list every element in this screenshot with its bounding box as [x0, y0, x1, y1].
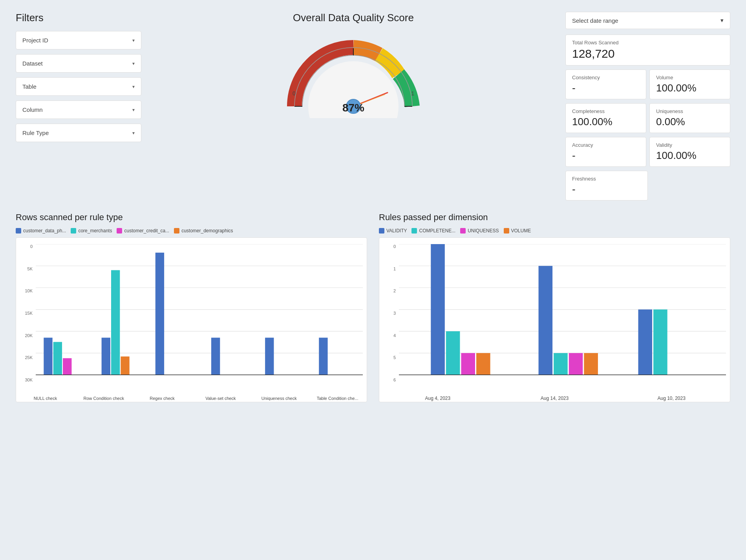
svg-rect-38: [569, 353, 583, 375]
completeness-value: 100.00%: [572, 116, 640, 128]
legend-item-customer-data: customer_data_ph...: [16, 228, 66, 233]
svg-rect-23: [319, 337, 327, 375]
rules-chart-panel: Rules passed per dimension VALIDITY COMP…: [379, 212, 730, 402]
legend-dot-volume: [504, 228, 509, 233]
svg-rect-14: [44, 337, 52, 375]
legend-item-customer-demo: customer_demographics: [174, 228, 233, 233]
volume-card: Volume 100.00%: [649, 69, 730, 99]
chevron-down-icon: ▾: [720, 17, 724, 24]
uniqueness-label: Uniqueness: [656, 108, 724, 114]
rules-chart-legend: VALIDITY COMPLETENE... UNIQUENESS VOLUME: [379, 228, 730, 233]
freshness-card: Freshness -: [565, 171, 648, 201]
legend-dot-completeness: [411, 228, 417, 233]
rows-chart-title: Rows scanned per rule type: [16, 212, 367, 223]
svg-rect-20: [155, 253, 164, 375]
svg-rect-18: [111, 270, 120, 375]
svg-rect-32: [431, 244, 445, 375]
svg-rect-37: [554, 353, 568, 375]
volume-value: 100.00%: [656, 82, 724, 94]
svg-rect-34: [461, 353, 475, 375]
filters-panel: Filters Project ID ▾ Dataset ▾ Table ▾ C…: [16, 12, 141, 147]
accuracy-label: Accuracy: [572, 142, 640, 148]
svg-rect-19: [121, 356, 129, 375]
gauge-percent: 87%: [342, 102, 364, 114]
chevron-down-icon: ▾: [132, 130, 135, 136]
svg-rect-39: [584, 353, 598, 375]
rules-bar-chart: [399, 244, 726, 398]
svg-rect-21: [211, 337, 220, 375]
legend-item-uniqueness: UNIQUENESS: [460, 228, 499, 233]
consistency-label: Consistency: [572, 75, 640, 80]
legend-item-volume: VOLUME: [504, 228, 531, 233]
gauge-container: 0 1 87%: [279, 32, 428, 118]
gauge-title: Overall Data Quality Score: [293, 12, 414, 24]
consistency-card: Consistency -: [565, 69, 646, 99]
filters-title: Filters: [16, 12, 141, 24]
rules-chart-area: 6543210: [379, 237, 730, 402]
rules-x-axis: Aug 4, 2023 Aug 14, 2023 Aug 10, 2023: [379, 396, 730, 402]
svg-rect-36: [539, 266, 553, 375]
freshness-value: -: [572, 183, 641, 195]
legend-dot-validity: [379, 228, 384, 233]
chevron-down-icon: ▾: [132, 84, 135, 89]
svg-rect-17: [102, 337, 110, 375]
chevron-down-icon: ▾: [132, 107, 135, 113]
date-range-select[interactable]: Select date range ▾: [565, 12, 730, 29]
rows-y-axis: 30K25K20K15K10K5K0: [16, 244, 35, 382]
rows-x-axis: NULL check Row Condition check Regex che…: [16, 396, 367, 402]
rows-chart-panel: Rows scanned per rule type customer_data…: [16, 212, 367, 402]
legend-item-customer-credit: customer_credit_ca...: [117, 228, 169, 233]
gauge-section: Overall Data Quality Score: [149, 12, 558, 118]
metrics-panel: Select date range ▾ Total Rows Scanned 1…: [565, 12, 730, 201]
volume-label: Volume: [656, 75, 724, 80]
svg-rect-40: [638, 310, 653, 375]
legend-dot-magenta: [117, 228, 122, 233]
legend-dot-blue: [16, 228, 21, 233]
consistency-value: -: [572, 82, 640, 94]
filter-project-id[interactable]: Project ID ▾: [16, 31, 141, 49]
legend-dot-orange: [174, 228, 179, 233]
legend-item-core-merchants: core_merchants: [71, 228, 112, 233]
rows-chart-area: 30K25K20K15K10K5K0: [16, 237, 367, 402]
svg-rect-15: [53, 342, 62, 375]
rows-bar-chart: [36, 244, 363, 398]
svg-rect-33: [446, 331, 460, 375]
accuracy-value: -: [572, 150, 640, 162]
legend-item-validity: VALIDITY: [379, 228, 407, 233]
rows-chart-legend: customer_data_ph... core_merchants custo…: [16, 228, 367, 233]
legend-item-completeness: COMPLETENE...: [411, 228, 455, 233]
filter-dataset[interactable]: Dataset ▾: [16, 54, 141, 73]
gauge-zero-label: 0: [293, 90, 296, 97]
total-rows-value: 128,720: [572, 47, 724, 60]
completeness-card: Completeness 100.00%: [565, 103, 646, 133]
rules-chart-title: Rules passed per dimension: [379, 212, 730, 223]
uniqueness-value: 0.00%: [656, 116, 724, 128]
accuracy-card: Accuracy -: [565, 137, 646, 167]
validity-value: 100.00%: [656, 150, 724, 162]
svg-rect-22: [265, 337, 274, 375]
filter-rule-type[interactable]: Rule Type ▾: [16, 124, 141, 142]
svg-rect-35: [476, 353, 490, 375]
total-rows-label: Total Rows Scanned: [572, 40, 724, 46]
validity-label: Validity: [656, 142, 724, 148]
svg-rect-41: [653, 310, 667, 375]
legend-dot-teal: [71, 228, 76, 233]
filter-table[interactable]: Table ▾: [16, 77, 141, 96]
completeness-label: Completeness: [572, 108, 640, 114]
freshness-label: Freshness: [572, 176, 641, 182]
svg-rect-16: [63, 358, 71, 375]
uniqueness-card: Uniqueness 0.00%: [649, 103, 730, 133]
validity-card: Validity 100.00%: [649, 137, 730, 167]
rules-y-axis: 6543210: [379, 244, 398, 382]
chevron-down-icon: ▾: [132, 38, 135, 43]
filter-column[interactable]: Column ▾: [16, 100, 141, 119]
total-rows-card: Total Rows Scanned 128,720: [565, 35, 730, 66]
gauge-one-label: 1: [411, 90, 414, 97]
legend-dot-uniqueness: [460, 228, 466, 233]
chevron-down-icon: ▾: [132, 61, 135, 66]
